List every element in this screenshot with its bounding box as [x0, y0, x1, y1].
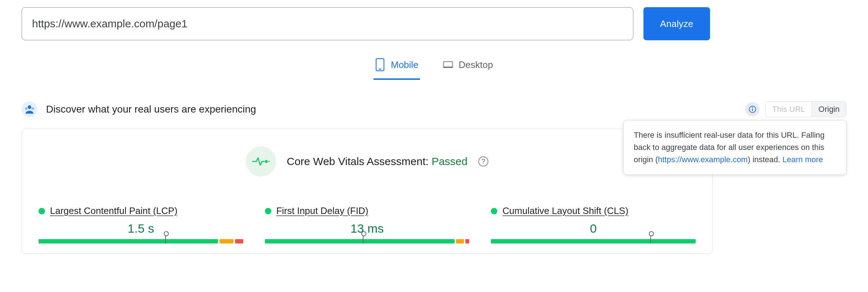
svg-point-9 [752, 107, 753, 108]
status-dot-green [491, 208, 497, 214]
metric-lcp: Largest Contentful Paint (LCP) 1.5 s [39, 205, 243, 245]
svg-rect-1 [379, 69, 381, 70]
bar-poor [465, 239, 469, 243]
status-dot-green [265, 208, 271, 214]
svg-point-6 [32, 108, 34, 110]
tab-mobile-label: Mobile [391, 59, 419, 70]
scope-this-url: This URL [766, 102, 812, 117]
analyze-button[interactable]: Analyze [643, 7, 710, 40]
svg-point-5 [25, 108, 28, 110]
help-icon[interactable]: ? [478, 156, 488, 166]
tab-mobile[interactable]: Mobile [374, 55, 420, 80]
tooltip-origin-link[interactable]: https://www.example.com [658, 155, 747, 164]
bar-needs-improvement [220, 239, 234, 243]
discover-row: Discover what your real users are experi… [22, 101, 846, 117]
users-icon [22, 101, 37, 117]
discover-title: Discover what your real users are experi… [46, 104, 256, 115]
cwv-title: Core Web Vitals Assessment: Passed [287, 155, 467, 168]
metric-lcp-bar [39, 239, 243, 245]
metric-lcp-value: 1.5 s [39, 222, 243, 236]
metrics-row: Largest Contentful Paint (LCP) 1.5 s Fir… [39, 205, 696, 245]
svg-point-4 [28, 105, 31, 109]
svg-rect-3 [443, 67, 453, 68]
insufficient-data-tooltip: There is insufficient real-user data for… [623, 120, 846, 175]
tooltip-text-after: ) instead. [748, 155, 783, 164]
scope-toggle: This URL Origin [765, 101, 846, 117]
bar-good [491, 239, 696, 243]
cwv-header: Core Web Vitals Assessment: Passed ? [39, 146, 696, 177]
bar-good [265, 239, 455, 243]
tab-desktop[interactable]: Desktop [442, 55, 494, 80]
svg-rect-2 [443, 61, 452, 67]
bar-needs-improvement [456, 239, 464, 243]
metric-fid: First Input Delay (FID) 13 ms [265, 205, 470, 245]
desktop-icon [443, 58, 453, 71]
cwv-panel: Core Web Vitals Assessment: Passed ? Lar… [22, 129, 713, 254]
status-dot-green [39, 208, 45, 214]
svg-point-10 [265, 160, 268, 163]
bar-poor [235, 239, 243, 243]
discover-right: This URL Origin There is insufficient re… [745, 101, 846, 117]
mobile-icon [375, 58, 385, 71]
metric-lcp-name[interactable]: Largest Contentful Paint (LCP) [50, 205, 177, 216]
metric-fid-value: 13 ms [265, 222, 470, 236]
bar-good [39, 239, 218, 243]
metric-fid-bar [265, 239, 470, 245]
metric-cls-value: 0 [491, 222, 696, 236]
vitals-pulse-icon [246, 146, 276, 177]
url-row: Analyze [22, 7, 846, 40]
cwv-label: Core Web Vitals Assessment: [287, 155, 431, 167]
metric-cls: Cumulative Layout Shift (CLS) 0 [491, 205, 696, 245]
metric-fid-name[interactable]: First Input Delay (FID) [276, 205, 369, 216]
tab-desktop-label: Desktop [459, 59, 493, 70]
metric-cls-bar [491, 239, 696, 245]
cwv-status: Passed [431, 155, 467, 167]
svg-rect-11 [268, 161, 270, 162]
url-input[interactable] [22, 7, 633, 40]
scope-origin[interactable]: Origin [812, 102, 846, 117]
info-icon[interactable] [745, 102, 760, 117]
tooltip-learn-more-link[interactable]: Learn more [782, 155, 823, 164]
metric-cls-name[interactable]: Cumulative Layout Shift (CLS) [502, 205, 628, 216]
device-tabs: Mobile Desktop [22, 55, 846, 80]
discover-left: Discover what your real users are experi… [22, 101, 256, 117]
svg-rect-8 [752, 109, 753, 111]
